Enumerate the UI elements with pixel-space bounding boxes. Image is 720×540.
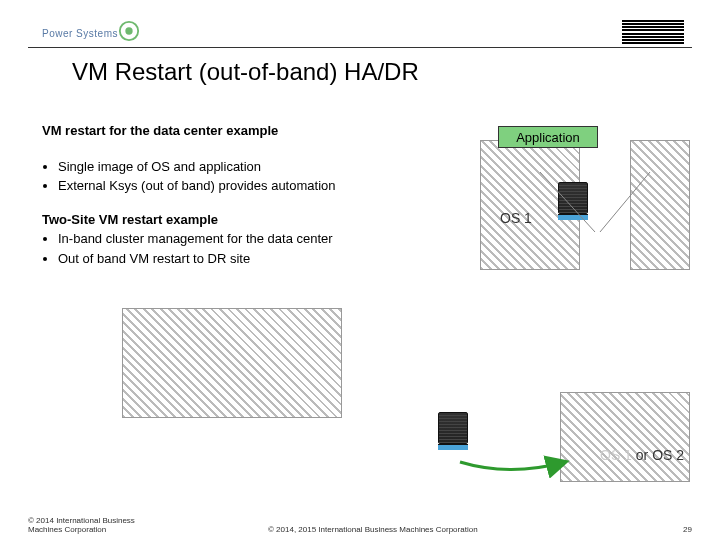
ibm-logo-icon <box>622 20 684 44</box>
page-number: 29 <box>683 525 692 534</box>
diagram: Application OS 1 OS 1 or OS 2 <box>0 122 720 502</box>
os-primary-label: OS 1 <box>500 210 532 226</box>
os-dr-label: OS 1 or OS 2 <box>600 447 684 463</box>
server-icon <box>558 182 588 220</box>
slide-title: VM Restart (out-of-band) HA/DR <box>72 58 419 86</box>
application-label: Application <box>516 130 580 145</box>
svg-point-1 <box>125 27 132 34</box>
copyright-short: © 2014 International Business Machines C… <box>28 516 168 534</box>
copyright-long: © 2014, 2015 International Business Mach… <box>268 525 478 534</box>
secondary-site-box <box>630 140 690 270</box>
application-box: Application <box>498 126 598 148</box>
server-icon <box>438 412 468 450</box>
power-systems-mark-icon <box>118 20 140 42</box>
dr-site-box <box>560 392 690 482</box>
slide: Power Systems VM Restart (out-of-band) H… <box>0 0 720 540</box>
slide-header: Power Systems <box>28 22 692 48</box>
brand-label: Power Systems <box>42 28 118 39</box>
datacenter-cluster-box <box>122 308 342 418</box>
os-dr-fragment: or OS 2 <box>636 447 684 463</box>
os-dr-hidden: OS 1 <box>600 447 632 463</box>
